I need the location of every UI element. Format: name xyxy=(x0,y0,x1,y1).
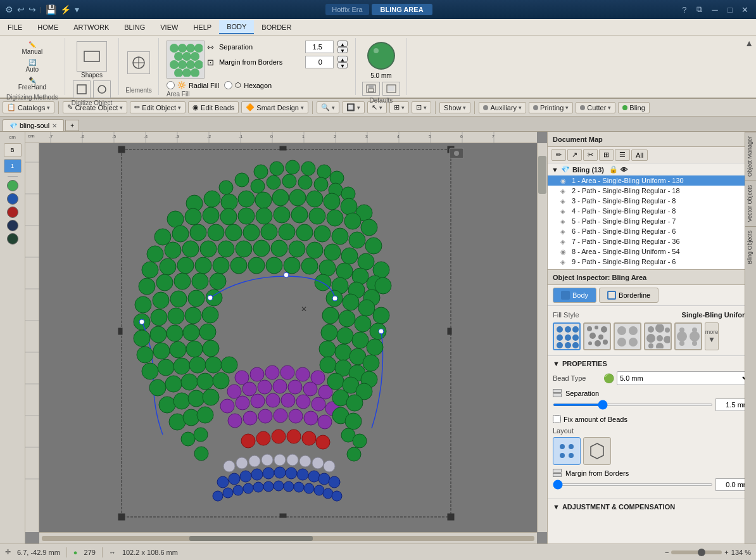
sep-btn-2[interactable] xyxy=(553,393,562,397)
horizontal-scrollbar[interactable] xyxy=(39,532,537,544)
color-5[interactable] xyxy=(7,233,18,245)
zoom-thumb[interactable] xyxy=(698,549,705,556)
tree-item-7[interactable]: ◈ 7 - Path - Single-Bling Regular - 36 xyxy=(548,236,756,246)
menu-file[interactable]: FILE xyxy=(0,21,30,34)
margin-btn-1[interactable] xyxy=(553,469,562,473)
snap-btn[interactable]: ⊡ ▾ xyxy=(412,101,431,113)
save-defaults-btn[interactable] xyxy=(362,82,380,96)
dm-all-btn[interactable]: All xyxy=(631,150,648,161)
tab-body[interactable]: Body xyxy=(553,288,596,303)
select-dropdown-icon[interactable]: ▾ xyxy=(379,105,382,111)
margin-slider[interactable] xyxy=(553,483,713,486)
tree-item-4[interactable]: ◈ 4 - Path - Single-Bling Regular - 8 xyxy=(548,206,756,216)
zoom-slider[interactable] xyxy=(671,550,722,554)
printing-dropdown-icon[interactable]: ▾ xyxy=(565,105,569,111)
dm-arrow-btn[interactable]: ↗ xyxy=(567,149,582,161)
color-1[interactable] xyxy=(7,180,18,191)
tree-root[interactable]: ▼ 💎 Bling (13) 🔒 👁 ▲ xyxy=(548,163,756,175)
hexagon-radio[interactable] xyxy=(224,81,232,89)
swatch-2[interactable] xyxy=(583,322,611,350)
auxiliary-btn[interactable]: Auxiliary ▾ xyxy=(479,102,526,113)
tree-item-8[interactable]: ◉ 8 - Area - Single-Bling Uniform - 54 xyxy=(548,246,756,257)
side-tab-bling-objects[interactable]: Bling Objects xyxy=(745,226,756,268)
minimize-button[interactable]: ─ xyxy=(709,4,721,15)
auxiliary-dropdown-icon[interactable]: ▾ xyxy=(519,105,522,111)
load-defaults-btn[interactable] xyxy=(382,82,400,96)
printing-btn[interactable]: Printing ▾ xyxy=(529,102,573,113)
tree-item-2[interactable]: ◈ 2 - Path - Single-Bling Regular - 18 xyxy=(548,186,756,196)
separation-input[interactable] xyxy=(305,41,334,53)
hscroll-thumb[interactable] xyxy=(189,536,313,541)
sep-slider[interactable] xyxy=(553,404,713,406)
margin-input[interactable] xyxy=(305,56,334,68)
tree-item-9[interactable]: ◈ 9 - Path - Single-Bling Regular - 6 xyxy=(548,257,756,267)
tab-close-btn[interactable]: ✕ xyxy=(52,122,57,129)
bead-size-btn[interactable]: 5.0 mm xyxy=(365,39,398,79)
color-4[interactable] xyxy=(7,220,18,231)
edit-beads-btn[interactable]: ◉ Edit Beads xyxy=(188,101,239,113)
menu-home[interactable]: HOME xyxy=(30,21,66,34)
close-button[interactable]: ✕ xyxy=(740,4,751,15)
menu-help[interactable]: HELP xyxy=(186,21,219,34)
swatch-5[interactable] xyxy=(674,322,702,350)
tree-item-1[interactable]: ◉ 1 - Area - Single-Bling Uniform - 130 xyxy=(548,175,756,186)
layout-grid-btn[interactable] xyxy=(553,437,581,465)
catalogs-dropdown-icon[interactable]: ▾ xyxy=(47,105,50,111)
menu-bling[interactable]: BLING xyxy=(117,21,153,34)
dm-pencil-btn[interactable]: ✏ xyxy=(551,149,566,161)
properties-header[interactable]: ▼ PROPERTIES xyxy=(553,360,751,367)
pan-dropdown-icon[interactable]: ▾ xyxy=(357,105,360,111)
element-circle-btn[interactable] xyxy=(127,51,150,74)
scrollbar-thumb[interactable] xyxy=(538,156,546,194)
dm-scissors-btn[interactable]: ✂ xyxy=(583,149,598,161)
side-tab-vector-objects[interactable]: Vector Objects xyxy=(745,181,756,226)
margin-btn-2[interactable] xyxy=(553,473,562,477)
undo-icon[interactable]: ↩ xyxy=(17,4,25,15)
cutter-dropdown-icon[interactable]: ▾ xyxy=(608,105,611,111)
zoom-out-icon[interactable]: − xyxy=(665,549,669,556)
menu-artwork[interactable]: ARTWORK xyxy=(66,21,117,34)
quick-icon[interactable]: ⚡ xyxy=(60,4,71,15)
show-btn[interactable]: Show ▾ xyxy=(439,102,471,113)
menu-body[interactable]: BODY xyxy=(219,20,254,34)
color-2[interactable] xyxy=(7,193,18,205)
sep-btn-1[interactable] xyxy=(553,389,562,393)
manual-btn[interactable]: ✏️ Manual xyxy=(18,39,46,57)
menu-view[interactable]: VIEW xyxy=(153,21,186,34)
maximize-button[interactable]: □ xyxy=(724,4,736,15)
redo-icon[interactable]: ↪ xyxy=(28,4,36,15)
magnify-dropdown-icon[interactable]: ▾ xyxy=(332,105,335,111)
sep-down-btn[interactable]: ▼ xyxy=(337,47,348,53)
menu-border[interactable]: BORDER xyxy=(254,21,299,34)
tree-item-3[interactable]: ◈ 3 - Path - Single-Bling Regular - 8 xyxy=(548,196,756,206)
adjustment-header[interactable]: ▼ ADJUSTMENT & COMPENSATION xyxy=(553,503,751,511)
tool-1[interactable]: 1 xyxy=(4,159,22,173)
swatch-4[interactable] xyxy=(644,322,672,350)
help-button[interactable]: ? xyxy=(679,4,690,15)
auto-btn[interactable]: 🔄 Auto xyxy=(22,57,43,75)
swatch-3[interactable] xyxy=(614,322,641,350)
snap-dropdown-icon[interactable]: ▾ xyxy=(424,105,427,111)
sep-up-btn[interactable]: ▲ xyxy=(337,41,348,47)
layout-hex-btn[interactable] xyxy=(583,437,611,465)
smart-design-btn[interactable]: 🔶 Smart Design ▾ xyxy=(241,101,308,113)
radial-fill-radio[interactable] xyxy=(167,81,175,89)
dm-grid-btn[interactable]: ⊞ xyxy=(599,149,614,161)
ribbon-collapse-btn[interactable]: ▲ xyxy=(745,38,753,48)
magnify-btn[interactable]: 🔍 ▾ xyxy=(317,101,339,113)
show-dropdown-icon[interactable]: ▾ xyxy=(463,105,466,111)
fix-amount-checkbox[interactable] xyxy=(553,415,561,423)
bling-btn[interactable]: Bling xyxy=(618,102,649,113)
element-btn-2[interactable] xyxy=(93,80,111,98)
edit-dropdown-icon[interactable]: ▾ xyxy=(178,105,181,111)
create-dropdown-icon[interactable]: ▾ xyxy=(120,105,123,111)
freehand-btn[interactable]: ✒️ FreeHand xyxy=(15,75,50,92)
tab-add-btn[interactable]: + xyxy=(65,120,79,131)
catalogs-btn[interactable]: 📋 Catalogs ▾ xyxy=(3,101,54,113)
tab-borderline[interactable]: Borderline xyxy=(599,288,658,303)
save-icon[interactable]: 💾 xyxy=(46,4,56,15)
swatch-1[interactable] xyxy=(553,322,581,350)
tree-item-5[interactable]: ◈ 5 - Path - Single-Bling Regular - 7 xyxy=(548,216,756,226)
tree-item-6[interactable]: ◈ 6 - Path - Single-Bling Regular - 6 xyxy=(548,226,756,236)
vertical-scrollbar[interactable] xyxy=(537,143,547,532)
